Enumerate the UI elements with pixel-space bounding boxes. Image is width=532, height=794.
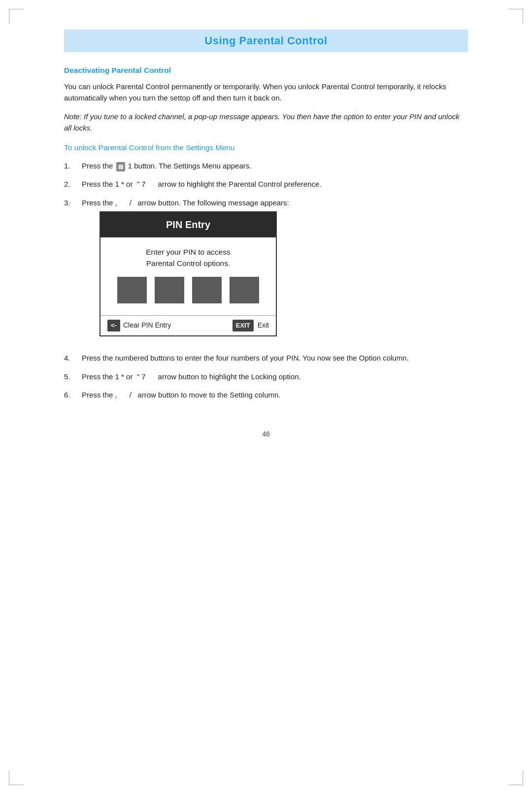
step-3-num: 3. xyxy=(64,197,82,208)
pin-box-2 xyxy=(155,277,184,303)
note-text: Note: If you tune to a locked channel, a… xyxy=(64,111,468,134)
page-container: Using Parental Control Deactivating Pare… xyxy=(54,0,478,477)
pin-dialog-title: PIN Entry xyxy=(100,212,276,237)
step-6-text: Press the , / arrow button to move to th… xyxy=(82,389,468,400)
step-5: 5. Press the 1 * or " 7 arrow button to … xyxy=(64,371,468,382)
corner-mark-br xyxy=(508,770,523,785)
pin-dialog-wrapper: PIN Entry Enter your PIN to access Paren… xyxy=(100,211,277,337)
pin-box-4 xyxy=(230,277,259,303)
step-1: 1. Press the ▤ 1 button. The Settings Me… xyxy=(64,160,468,171)
pin-box-3 xyxy=(192,277,222,303)
step-2: 2. Press the 1 * or " 7 arrow to highlig… xyxy=(64,178,468,190)
step-4: 4. Press the numbered buttons to enter t… xyxy=(64,352,468,364)
clear-pin-label: Clear PIN Entry xyxy=(123,320,171,331)
pin-dialog-body: Enter your PIN to access Parental Contro… xyxy=(100,237,276,316)
step-3: 3. Press the , / arrow button. The follo… xyxy=(64,197,468,346)
step-4-num: 4. xyxy=(64,352,82,364)
step-6-num: 6. xyxy=(64,389,82,400)
pin-dialog-line1: Enter your PIN to access Parental Contro… xyxy=(110,246,266,269)
step-1-text: Press the ▤ 1 button. The Settings Menu … xyxy=(82,160,468,171)
step-2-content: Press the 1 * or " 7 arrow to highlight … xyxy=(82,178,468,190)
step-5-text: Press the 1 * or " 7 arrow button to hig… xyxy=(82,371,468,382)
title-bar: Using Parental Control xyxy=(64,30,468,52)
step-6-content: Press the , / arrow button to move to th… xyxy=(82,389,468,400)
exit-button[interactable]: EXIT xyxy=(233,320,254,331)
pin-box-1 xyxy=(117,277,147,303)
step-1-num: 1. xyxy=(64,160,82,171)
exit-text: Exit xyxy=(258,320,269,331)
deactivating-body-text: You can unlock Parental Control permanen… xyxy=(64,81,468,104)
section-heading-deactivating: Deactivating Parental Control xyxy=(64,66,468,75)
corner-mark-tl xyxy=(9,9,24,24)
step-1-content: Press the ▤ 1 button. The Settings Menu … xyxy=(82,160,468,171)
back-button[interactable]: <- xyxy=(107,320,120,331)
pin-footer-right: EXIT Exit xyxy=(233,320,269,331)
step-4-text: Press the numbered buttons to enter the … xyxy=(82,352,468,364)
pin-dialog: PIN Entry Enter your PIN to access Paren… xyxy=(100,211,277,337)
sub-heading-unlock: To unlock Parental Control from the Sett… xyxy=(64,143,468,152)
step-4-content: Press the numbered buttons to enter the … xyxy=(82,352,468,364)
page-title: Using Parental Control xyxy=(74,34,458,47)
step-5-content: Press the 1 * or " 7 arrow button to hig… xyxy=(82,371,468,382)
step-2-num: 2. xyxy=(64,178,82,190)
corner-mark-tr xyxy=(508,9,523,24)
pin-dialog-footer: <- Clear PIN Entry EXIT Exit xyxy=(100,316,276,335)
steps-list: 1. Press the ▤ 1 button. The Settings Me… xyxy=(64,160,468,400)
step-6: 6. Press the , / arrow button to move to… xyxy=(64,389,468,400)
step-3-content: Press the , / arrow button. The followin… xyxy=(82,197,468,346)
step-3-text: Press the , / arrow button. The followin… xyxy=(82,197,468,208)
menu-icon-1: ▤ xyxy=(116,162,125,171)
step-2-text: Press the 1 * or " 7 arrow to highlight … xyxy=(82,178,468,190)
page-number: 46 xyxy=(64,430,468,438)
pin-boxes xyxy=(110,277,266,303)
corner-mark-bl xyxy=(9,770,24,785)
pin-footer-left: <- Clear PIN Entry xyxy=(107,320,171,331)
step-5-num: 5. xyxy=(64,371,82,382)
